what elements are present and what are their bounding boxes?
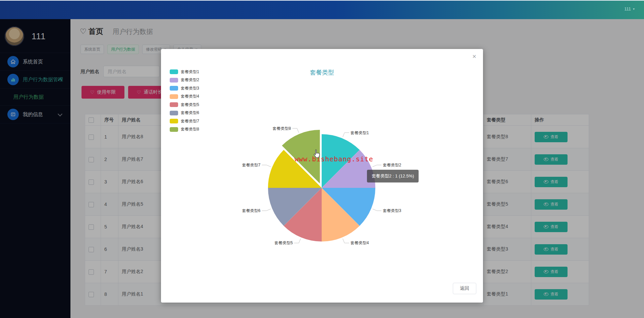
pie-label-line: [294, 239, 301, 243]
pie-label-line: [343, 239, 349, 243]
chart-dialog: × 套餐类型 套餐类型1套餐类型2套餐类型3套餐类型4套餐类型5套餐类型6套餐类…: [161, 49, 483, 303]
pie-label-line: [262, 165, 271, 167]
watermark: www.bishebang.site: [294, 155, 373, 163]
pie-label-7: 套餐类型7: [242, 163, 261, 167]
topbar: 111 ▾: [0, 0, 644, 19]
back-button[interactable]: 返回: [453, 283, 476, 294]
pie-label-4: 套餐类型4: [351, 241, 369, 245]
pie-label-line: [343, 133, 349, 137]
pie-label-1: 套餐类型1: [351, 130, 369, 135]
pie-chart: 套餐类型1套餐类型2套餐类型3套餐类型4套餐类型5套餐类型6套餐类型7套餐类型8: [161, 49, 483, 303]
pie-label-line: [373, 165, 382, 167]
pie-label-2: 套餐类型2: [383, 163, 401, 167]
pie-label-line: [373, 209, 382, 211]
hand-cursor-icon: [313, 149, 321, 160]
pie-label-3: 套餐类型3: [383, 208, 401, 213]
pie-label-8: 套餐类型8: [273, 126, 291, 131]
caret-down-icon: ▾: [633, 7, 635, 11]
app: 111 ▾ 111 系统首页 用户行为数据管理 用: [0, 0, 644, 318]
topbar-username: 111: [624, 6, 631, 11]
pie-label-6: 套餐类型6: [242, 208, 261, 213]
topbar-user-menu[interactable]: 111 ▾: [624, 6, 635, 11]
pie-label-line: [262, 209, 271, 211]
pie-label-line: [292, 128, 299, 133]
chart-tooltip: 套餐类型2 : 1 (12.5%): [367, 170, 419, 182]
pie-label-5: 套餐类型5: [274, 241, 293, 245]
